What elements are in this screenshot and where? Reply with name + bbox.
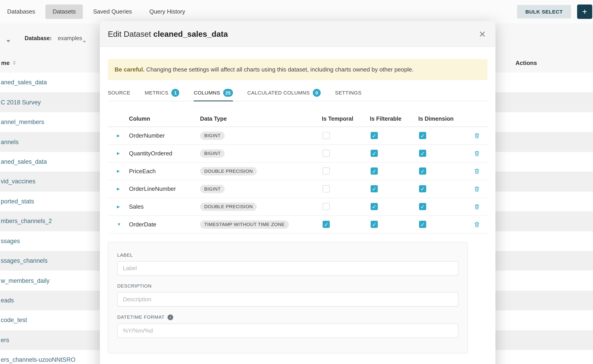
- column-detail-panel: LABEL DESCRIPTION DATETIME FORMAT i: [108, 242, 468, 353]
- delete-column-icon[interactable]: [474, 168, 480, 174]
- modal-tab-label: COLUMNS: [194, 90, 220, 96]
- column-name: OrderNumber: [129, 132, 200, 139]
- is-filterable-checkbox[interactable]: [370, 203, 378, 210]
- nav-tab-label: Databases: [7, 8, 35, 15]
- warning-banner: Be careful. Changing these settings will…: [108, 59, 488, 80]
- is-filterable-checkbox[interactable]: [370, 185, 378, 193]
- dataset-link[interactable]: ported_stats: [0, 198, 34, 205]
- datetime-format-field-label: DATETIME FORMAT i: [117, 314, 459, 320]
- column-row: ▶ OrderLineNumber BIGINT: [108, 180, 488, 198]
- column-row: ▶ OrderNumber BIGINT: [108, 127, 488, 145]
- columns-table: Column Data Type Is Temporal Is Filterab…: [108, 110, 488, 234]
- top-nav: DatabasesDatasetsSaved QueriesQuery Hist…: [0, 0, 593, 23]
- is-dimension-checkbox[interactable]: [419, 185, 426, 193]
- dataset-link[interactable]: annel_members: [0, 119, 44, 125]
- dataset-link[interactable]: code_test: [0, 317, 27, 324]
- delete-column-icon[interactable]: [474, 204, 480, 210]
- delete-column-icon[interactable]: [474, 221, 480, 228]
- column-data-type-pill: BIGINT: [200, 185, 225, 193]
- label-input[interactable]: [117, 261, 459, 276]
- header-column: Column: [129, 115, 200, 122]
- is-temporal-checkbox[interactable]: [323, 221, 330, 228]
- delete-column-icon[interactable]: [474, 133, 480, 139]
- is-dimension-checkbox[interactable]: [419, 150, 426, 157]
- column-name: PriceEach: [129, 168, 200, 175]
- expand-caret-icon[interactable]: ▶: [117, 205, 120, 209]
- expand-caret-icon[interactable]: ▶: [117, 187, 120, 191]
- expand-caret-icon[interactable]: ▶: [117, 152, 120, 155]
- datetime-format-input[interactable]: [117, 323, 459, 338]
- is-dimension-checkbox[interactable]: [419, 221, 426, 228]
- nav-tab-datasets[interactable]: Datasets: [45, 5, 83, 19]
- header-is-filterable: Is Filterable: [370, 115, 418, 122]
- tab-count-badge: 1: [171, 89, 179, 97]
- dataset-link[interactable]: ers_channels-uzooNNtSRO: [0, 357, 75, 363]
- collapse-caret-icon[interactable]: [6, 37, 10, 44]
- tab-columns[interactable]: COLUMNS 25: [194, 85, 233, 101]
- columns-table-body: ▶ OrderNumber BIGINT ▶ QuantityOrdered B…: [108, 127, 488, 234]
- header-is-dimension: Is Dimension: [418, 115, 466, 122]
- nav-tab-databases[interactable]: Databases: [0, 5, 42, 19]
- column-row: ▶ QuantityOrdered BIGINT: [108, 144, 488, 162]
- is-filterable-checkbox[interactable]: [370, 168, 378, 175]
- expand-caret-icon[interactable]: ▶: [117, 134, 120, 137]
- is-temporal-checkbox[interactable]: [323, 168, 330, 175]
- modal-tabs: SOURCE METRICS 1 COLUMNS 25 CALCULATED C…: [108, 85, 488, 101]
- dataset-link[interactable]: vid_vaccines: [0, 178, 35, 185]
- is-filterable-checkbox[interactable]: [370, 150, 378, 157]
- column-data-type-pill: DOUBLE PRECISION: [200, 167, 257, 175]
- modal-body: Be careful. Changing these settings will…: [100, 47, 495, 353]
- description-input[interactable]: [117, 292, 459, 306]
- dataset-link[interactable]: ers: [0, 337, 9, 344]
- is-temporal-checkbox[interactable]: [323, 203, 330, 210]
- tab-metrics[interactable]: METRICS 1: [145, 85, 179, 101]
- column-data-type-pill: BIGINT: [200, 131, 225, 140]
- modal-tab-label: SETTINGS: [335, 90, 362, 96]
- modal-header: Edit Dataset cleaned_sales_data ×: [100, 21, 495, 47]
- dataset-link[interactable]: C 2018 Survey: [0, 99, 41, 106]
- is-temporal-checkbox[interactable]: [323, 150, 330, 157]
- warning-bold-text: Be careful.: [115, 66, 145, 72]
- close-icon[interactable]: ×: [479, 28, 486, 39]
- is-temporal-checkbox[interactable]: [323, 185, 330, 193]
- delete-column-icon[interactable]: [474, 150, 480, 156]
- delete-column-icon[interactable]: [474, 186, 480, 192]
- is-dimension-checkbox[interactable]: [419, 168, 426, 175]
- sort-icon[interactable]: [13, 60, 16, 65]
- app-window: DatabasesDatasetsSaved QueriesQuery Hist…: [0, 0, 593, 364]
- is-dimension-checkbox[interactable]: [419, 132, 426, 139]
- dataset-link[interactable]: mbers_channels_2: [0, 218, 52, 225]
- dataset-link[interactable]: aned_sales_data: [0, 79, 47, 86]
- is-dimension-checkbox[interactable]: [419, 203, 426, 210]
- modal-title-prefix: Edit Dataset: [108, 29, 151, 38]
- column-data-type-pill: BIGINT: [200, 149, 225, 158]
- dataset-link[interactable]: annels: [0, 138, 19, 145]
- nav-tab-saved-queries[interactable]: Saved Queries: [86, 5, 139, 19]
- dataset-link[interactable]: ssages: [0, 238, 20, 244]
- dataset-link[interactable]: ssages_channels: [0, 258, 48, 264]
- column-row: ▶ PriceEach DOUBLE PRECISION: [108, 162, 488, 180]
- expand-caret-icon[interactable]: ▼: [117, 222, 121, 227]
- tab-settings[interactable]: SETTINGS: [335, 85, 362, 101]
- is-filterable-checkbox[interactable]: [370, 132, 378, 139]
- nav-tab-label: Saved Queries: [93, 8, 132, 15]
- modal-tab-label: SOURCE: [108, 90, 130, 96]
- column-name: Sales: [129, 203, 200, 210]
- dataset-link[interactable]: eads: [0, 297, 14, 304]
- column-data-type-pill: TIMESTAMP WITHOUT TIME ZONE: [200, 220, 289, 229]
- name-column-header[interactable]: me: [1, 60, 10, 66]
- nav-tabs: DatabasesDatasetsSaved QueriesQuery Hist…: [0, 5, 195, 19]
- database-filter-value[interactable]: examples: [58, 35, 82, 41]
- is-filterable-checkbox[interactable]: [370, 221, 378, 228]
- tab-source[interactable]: SOURCE: [108, 85, 130, 101]
- add-dataset-button[interactable]: +: [577, 5, 592, 19]
- expand-caret-icon[interactable]: ▶: [117, 169, 120, 173]
- dataset-link[interactable]: aned_sales_data: [0, 158, 47, 165]
- tab-calculated-columns[interactable]: CALCULATED COLUMNS 0: [247, 85, 321, 101]
- nav-tab-query-history[interactable]: Query History: [142, 5, 192, 19]
- bulk-select-button[interactable]: BULK SELECT: [517, 5, 571, 19]
- is-temporal-checkbox[interactable]: [323, 132, 330, 139]
- database-caret-icon[interactable]: [83, 38, 86, 44]
- columns-table-header: Column Data Type Is Temporal Is Filterab…: [108, 110, 488, 127]
- dataset-link[interactable]: w_members_daily: [0, 277, 49, 284]
